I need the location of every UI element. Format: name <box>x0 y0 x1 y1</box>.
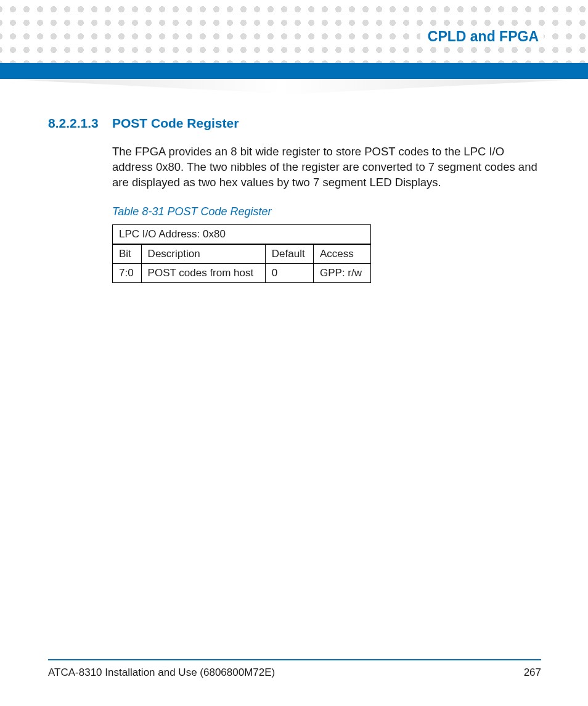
section-body: The FPGA provides an 8 bit wide register… <box>112 144 541 191</box>
register-table: LPC I/O Address: 0x80 Bit Description De… <box>112 224 371 283</box>
header-gradient-wedge <box>0 79 588 95</box>
table-address-row: LPC I/O Address: 0x80 <box>113 224 371 244</box>
table-header-row: Bit Description Default Access <box>113 244 371 264</box>
table-address-cell: LPC I/O Address: 0x80 <box>113 224 371 244</box>
table-header-access: Access <box>314 244 371 264</box>
table-header-bit: Bit <box>113 244 142 264</box>
section-title: POST Code Register <box>112 116 239 131</box>
cell-description: POST codes from host <box>141 263 265 282</box>
table-row: 7:0 POST codes from host 0 GPP: r/w <box>113 263 371 282</box>
cell-access: GPP: r/w <box>314 263 371 282</box>
footer-doc-title: ATCA-8310 Installation and Use (6806800M… <box>48 667 275 679</box>
table-header-default: Default <box>265 244 313 264</box>
page-content: 8.2.2.1.3 POST Code Register The FPGA pr… <box>48 116 541 283</box>
cell-bit: 7:0 <box>113 263 142 282</box>
section-heading: 8.2.2.1.3 POST Code Register <box>48 116 541 131</box>
section-number: 8.2.2.1.3 <box>48 116 100 131</box>
cell-default: 0 <box>265 263 313 282</box>
table-caption: Table 8-31 POST Code Register <box>112 205 541 218</box>
chapter-title: CPLD and FPGA <box>420 27 544 46</box>
header-blue-bar <box>0 63 588 79</box>
table-header-description: Description <box>141 244 265 264</box>
footer-page-number: 267 <box>524 667 541 679</box>
page-footer: ATCA-8310 Installation and Use (6806800M… <box>48 659 541 679</box>
